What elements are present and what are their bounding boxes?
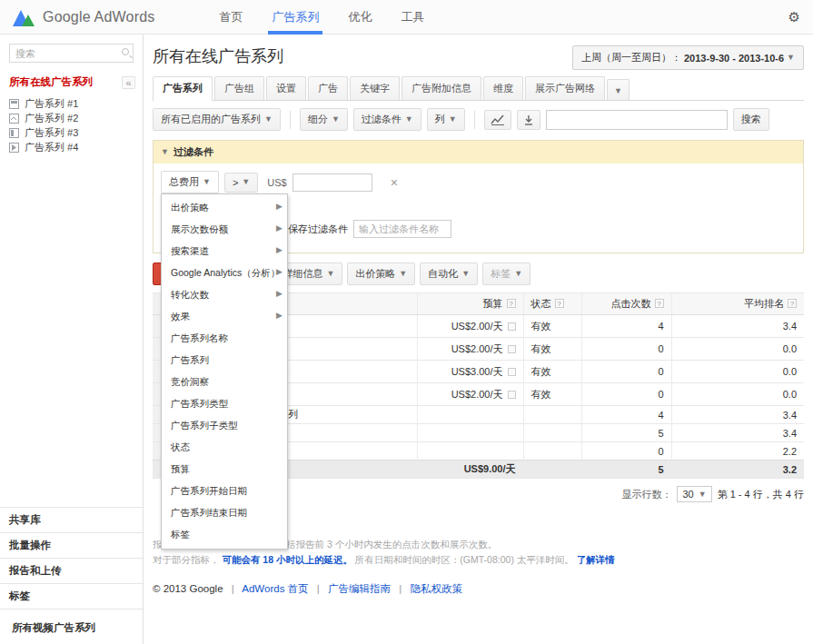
- automation-dropdown-button[interactable]: 自动化▼: [420, 263, 478, 285]
- columns-dropdown-button[interactable]: 列▼: [427, 108, 465, 131]
- tab-display-network[interactable]: 展示广告网络: [525, 76, 605, 100]
- tab-ads[interactable]: 广告: [308, 76, 348, 100]
- filter-dropdown-button[interactable]: 过滤条件▼: [353, 108, 421, 131]
- caret-down-icon: ▼: [332, 115, 340, 124]
- footer-link-privacy-policy[interactable]: 隐私权政策: [410, 583, 462, 594]
- menu-item-labels[interactable]: 标签: [162, 524, 287, 546]
- budget-cell[interactable]: US$3.00/天: [417, 361, 523, 383]
- nav-home[interactable]: 首页: [204, 0, 257, 35]
- submenu-arrow-icon: ▶: [276, 223, 283, 233]
- tab-campaigns[interactable]: 广告系列: [153, 76, 213, 101]
- campaign-list: 广告系列 #1 广告系列 #2 广告系列 #3 广告系列 #4: [0, 94, 143, 154]
- caret-down-icon: ▼: [264, 115, 273, 124]
- tab-keywords[interactable]: 关键字: [350, 76, 400, 100]
- gear-icon[interactable]: ⚙: [788, 9, 800, 25]
- tab-ad-groups[interactable]: 广告组: [214, 76, 264, 100]
- tab-settings[interactable]: 设置: [266, 76, 306, 100]
- avg-position-cell: 0.0: [671, 361, 804, 383]
- column-header-budget[interactable]: 预算?: [417, 293, 523, 315]
- sidebar-item-reports-uploads[interactable]: 报告和上传: [0, 559, 143, 584]
- filter-field-dropdown-button[interactable]: 总费用▼: [161, 171, 219, 193]
- menu-item-auction-insights[interactable]: 竞价洞察: [162, 372, 287, 393]
- collapse-sidebar-icon[interactable]: «: [122, 76, 135, 89]
- tab-dimensions[interactable]: 维度: [483, 76, 523, 100]
- nav-campaigns[interactable]: 广告系列: [257, 0, 333, 35]
- adwords-logo[interactable]: Google AdWords: [13, 8, 154, 26]
- menu-item-campaign-name[interactable]: 广告系列名称: [162, 328, 287, 350]
- table-search-input[interactable]: [546, 110, 728, 130]
- edit-budget-icon[interactable]: [508, 391, 516, 399]
- tab-ad-extensions[interactable]: 广告附加信息: [402, 76, 481, 100]
- submenu-arrow-icon: ▶: [276, 245, 283, 254]
- sidebar-item-bulk-operations[interactable]: 批量操作: [0, 533, 143, 559]
- date-range-button[interactable]: 上周（周一至周日）： 2013-9-30 - 2013-10-6 ▼: [572, 45, 804, 70]
- sidebar-all-online-campaigns[interactable]: 所有在线广告系列: [9, 75, 93, 89]
- labels-dropdown-button[interactable]: 标签▼: [482, 263, 530, 285]
- budget-cell[interactable]: US$2.00/天: [417, 338, 523, 361]
- learn-more-link[interactable]: 了解详情: [577, 554, 615, 565]
- filter-panel-header[interactable]: ▼ 过滤条件: [154, 141, 803, 163]
- column-header-avg-position[interactable]: 平均排名?: [671, 293, 804, 315]
- rows-per-page-select[interactable]: 30▼: [677, 486, 711, 502]
- sidebar-item-shared-library[interactable]: 共享库: [0, 508, 143, 533]
- help-icon[interactable]: ?: [555, 299, 564, 308]
- nav-tools[interactable]: 工具: [386, 0, 439, 35]
- search-button[interactable]: 搜索: [733, 108, 769, 131]
- scope-dropdown-button[interactable]: 所有已启用的广告系列▼: [153, 108, 281, 131]
- edit-budget-icon[interactable]: [508, 345, 516, 353]
- menu-item-budget[interactable]: 预算: [162, 459, 287, 481]
- budget-cell[interactable]: US$2.00/天: [417, 315, 523, 338]
- divider: [290, 111, 291, 129]
- menu-item-status[interactable]: 状态: [162, 437, 287, 459]
- menu-item-campaign-start-date[interactable]: 广告系列开始日期: [162, 481, 287, 502]
- sidebar-campaign-2[interactable]: 广告系列 #2: [9, 111, 143, 125]
- edit-budget-icon[interactable]: [508, 322, 516, 331]
- main-content: 所有在线广告系列 上周（周一至周日）： 2013-9-30 - 2013-10-…: [144, 35, 813, 644]
- menu-item-google-analytics[interactable]: Google Analytics（分析）▶: [162, 263, 287, 284]
- menu-item-impression-share[interactable]: 展示次数份额▶: [162, 219, 287, 241]
- campaign-type-icon: [9, 128, 19, 138]
- menu-item-performance[interactable]: 效果▶: [162, 306, 287, 328]
- menu-item-campaign-subtype[interactable]: 广告系列子类型: [162, 415, 287, 437]
- menu-item-campaign-type[interactable]: 广告系列类型: [162, 393, 287, 415]
- download-button[interactable]: [517, 110, 540, 130]
- column-header-clicks[interactable]: 点击次数?: [581, 293, 671, 315]
- chart-button[interactable]: [484, 110, 511, 130]
- sidebar-campaign-1[interactable]: 广告系列 #1: [9, 96, 143, 111]
- edit-budget-icon[interactable]: [508, 368, 516, 376]
- footer-link-editorial-guidelines[interactable]: 广告编辑指南: [328, 583, 391, 594]
- delay-info-link[interactable]: 可能会有 18 小时以上的延迟。: [222, 554, 352, 565]
- segment-dropdown-button[interactable]: 细分▼: [300, 108, 348, 131]
- caret-down-icon: ▼: [326, 270, 334, 278]
- sidebar-item-all-video-campaigns[interactable]: 所有视频广告系列: [0, 609, 143, 644]
- sidebar-campaign-4[interactable]: 广告系列 #4: [9, 140, 143, 154]
- menu-item-conversions[interactable]: 转化次数▶: [162, 284, 287, 306]
- campaign-type-icon: [9, 114, 19, 124]
- sidebar-item-labels[interactable]: 标签: [0, 584, 143, 609]
- bid-strategy-dropdown-button[interactable]: 出价策略▼: [347, 263, 415, 285]
- search-icon: [122, 48, 129, 55]
- menu-item-campaign[interactable]: 广告系列: [162, 350, 287, 372]
- budget-cell: US$9.00/天: [417, 461, 523, 479]
- menu-item-bid-strategy[interactable]: 出价策略▶: [162, 197, 287, 219]
- clicks-cell: 0: [581, 338, 671, 361]
- menu-item-search-channel[interactable]: 搜索渠道▶: [162, 241, 287, 263]
- close-icon[interactable]: ×: [391, 175, 398, 190]
- help-icon[interactable]: ?: [507, 299, 516, 308]
- sidebar-search-input[interactable]: [9, 44, 134, 63]
- nav-optimize[interactable]: 优化: [333, 0, 386, 35]
- help-icon[interactable]: ?: [655, 299, 664, 308]
- help-icon[interactable]: ?: [788, 299, 797, 308]
- avg-position-cell: 3.4: [671, 315, 804, 338]
- filter-operator-dropdown-button[interactable]: >▼: [224, 173, 258, 193]
- sidebar-campaign-3[interactable]: 广告系列 #3: [9, 125, 143, 140]
- tab-more-button[interactable]: ▼: [607, 79, 630, 100]
- budget-cell[interactable]: US$2.00/天: [417, 383, 523, 406]
- save-filter-name-input[interactable]: [353, 220, 451, 238]
- menu-item-campaign-end-date[interactable]: 广告系列结束日期: [162, 502, 287, 524]
- campaign-name: 广告系列 #3: [25, 126, 78, 140]
- row-range-text: 第 1 - 4 行，共 4 行: [718, 488, 804, 501]
- column-header-status[interactable]: 状态?: [523, 293, 581, 315]
- footer-link-adwords-home[interactable]: AdWords 首页: [242, 583, 308, 594]
- filter-value-input[interactable]: [292, 173, 372, 192]
